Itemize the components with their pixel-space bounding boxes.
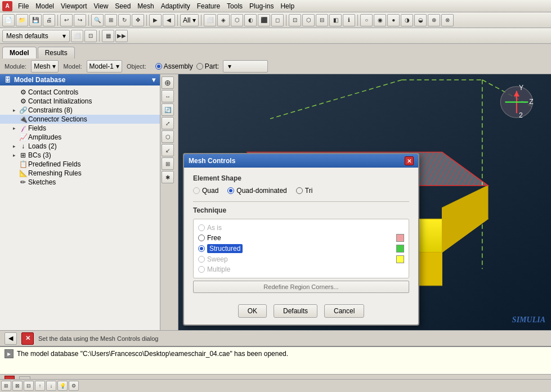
ok-button[interactable]: OK: [238, 304, 267, 318]
tool-btn-10[interactable]: ◧: [329, 14, 342, 26]
selection-dropdown[interactable]: All ▾: [180, 14, 199, 26]
mesh-defaults-select[interactable]: Mesh defaults ▾: [2, 30, 70, 42]
sweep-radio[interactable]: [198, 256, 205, 263]
tree-amplitudes[interactable]: 📈 Amplitudes: [0, 133, 160, 142]
mesh-tool-2[interactable]: ⊡: [84, 30, 97, 42]
zoom-button[interactable]: 🔍: [91, 14, 104, 26]
menu-mesh[interactable]: Mesh: [134, 1, 157, 11]
quad-dominated-radio-circle: [227, 187, 234, 194]
menu-seed[interactable]: Seed: [111, 1, 134, 11]
back-button[interactable]: ◀: [5, 332, 17, 345]
tool-btn-12[interactable]: ◉: [374, 14, 386, 26]
menu-model[interactable]: Model: [32, 1, 57, 11]
fit-button[interactable]: ⊞: [105, 14, 117, 26]
tree-contact-controls[interactable]: ⚙ Contact Controls: [0, 88, 160, 97]
tool-btn-14[interactable]: ◑: [401, 14, 413, 26]
menu-tools[interactable]: Tools: [223, 1, 246, 11]
chevron-down-icon-3: ▾: [52, 62, 56, 70]
loads-expand-icon[interactable]: ▸: [10, 142, 18, 150]
part-radio[interactable]: Part: ▾: [196, 60, 268, 73]
tool-btn-5[interactable]: ⬛: [258, 14, 270, 26]
module-select[interactable]: Mesh ▾: [31, 60, 59, 73]
tree-fields[interactable]: ▸ 𝒻 Fields: [0, 124, 160, 133]
multiple-radio[interactable]: [198, 266, 205, 273]
tool-btn-7[interactable]: ⊡: [289, 14, 301, 26]
tree-remeshing[interactable]: 📐 Remeshing Rules: [0, 169, 160, 178]
mesh-controls-dialog[interactable]: Mesh Controls ✕ Element Shape Quad: [183, 153, 419, 326]
free-radio[interactable]: [198, 235, 205, 241]
panel-menu-icon[interactable]: ▾: [152, 76, 155, 84]
menu-help[interactable]: Help: [277, 1, 298, 11]
cancel-button[interactable]: Cancel: [324, 304, 364, 318]
tool-btn-13[interactable]: ●: [387, 14, 400, 26]
rotate-button[interactable]: ↻: [118, 14, 131, 26]
menu-plugins[interactable]: Plug-ins: [246, 1, 277, 11]
vtool-6[interactable]: ↙: [162, 144, 174, 156]
tri-radio[interactable]: Tri: [296, 187, 313, 195]
undo-button[interactable]: ↩: [60, 14, 73, 26]
tree-sketches[interactable]: ✏ Sketches: [0, 178, 160, 187]
tool-btn-4[interactable]: ◐: [244, 14, 257, 26]
tool-btn-9[interactable]: ⊟: [316, 14, 328, 26]
vtool-8[interactable]: ✱: [162, 171, 174, 183]
tree-predefined-fields[interactable]: 📋 Predefined Fields: [0, 160, 160, 169]
tool-btn-8[interactable]: ⬡: [302, 14, 315, 26]
menu-adaptivity[interactable]: Adaptivity: [158, 1, 194, 11]
select-button[interactable]: ▶: [149, 14, 162, 26]
vtool-1[interactable]: ⊕: [162, 76, 174, 89]
tree-loads[interactable]: ▸ ↓ Loads (2): [0, 142, 160, 151]
vtool-4[interactable]: ⤢: [162, 117, 174, 129]
tool-btn-17[interactable]: ⊗: [441, 14, 454, 26]
constraints-expand-icon[interactable]: ▸: [10, 106, 18, 114]
status-text: Set the data using the Mesh Controls dia…: [38, 335, 158, 342]
redefine-region-button[interactable]: Redefine Region Corners...: [193, 281, 409, 293]
mesh-tool-4[interactable]: ▶▶: [115, 30, 128, 42]
pan-button[interactable]: ✥: [132, 14, 144, 26]
tool-btn-15[interactable]: ◒: [414, 14, 427, 26]
open-button[interactable]: 📁: [16, 14, 28, 26]
tab-bar: Model Results: [0, 44, 551, 58]
menu-view[interactable]: View: [91, 1, 112, 11]
save-button[interactable]: 💾: [29, 14, 42, 26]
tool-btn-16[interactable]: ⊕: [428, 14, 440, 26]
vtool-7[interactable]: ⊞: [162, 157, 174, 170]
mesh-tool-3[interactable]: ▦: [102, 30, 114, 42]
redo-button[interactable]: ↪: [74, 14, 86, 26]
tree-connector-sections[interactable]: 🔌 Connector Sections: [0, 115, 160, 124]
vtool-3[interactable]: 🔄: [162, 103, 174, 116]
tab-results[interactable]: Results: [38, 47, 75, 58]
as-is-radio[interactable]: [198, 224, 205, 231]
defaults-button[interactable]: Defaults: [274, 304, 317, 318]
fields-expand-icon[interactable]: ▸: [10, 124, 18, 132]
stop-button[interactable]: ✕: [21, 332, 34, 345]
menu-viewport[interactable]: Viewport: [57, 1, 90, 11]
vtool-2[interactable]: ↔: [162, 90, 174, 102]
part-select[interactable]: ▾: [223, 60, 268, 73]
deselect-button[interactable]: ◀: [163, 14, 175, 26]
tool-btn-2[interactable]: ◈: [217, 14, 230, 26]
tool-btn-11[interactable]: ○: [360, 14, 373, 26]
tool-btn-3[interactable]: ⬡: [231, 14, 243, 26]
print-button[interactable]: 🖨: [43, 14, 55, 26]
tree-bcs[interactable]: ▸ ⊞ BCs (3): [0, 151, 160, 160]
multiple-row: Multiple: [198, 265, 404, 273]
quad-radio[interactable]: Quad: [193, 187, 218, 195]
vtool-5[interactable]: ⬡: [162, 130, 174, 143]
tool-btn-6[interactable]: ◻: [271, 14, 284, 26]
tree-constraints[interactable]: ▸ 🔗 Constraints (8): [0, 106, 160, 115]
menu-file[interactable]: File: [15, 1, 32, 11]
tab-model[interactable]: Model: [2, 47, 37, 58]
mesh-tool-1[interactable]: ⬜: [71, 30, 83, 42]
structured-radio[interactable]: [198, 245, 205, 252]
quad-dominated-radio[interactable]: Quad-dominated: [227, 187, 286, 195]
dialog-close-button[interactable]: ✕: [405, 156, 414, 165]
tool-btn-1[interactable]: ⬜: [204, 14, 216, 26]
bcs-expand-icon[interactable]: ▸: [10, 151, 18, 159]
tree-contact-init[interactable]: ⚙ Contact Initializations: [0, 97, 160, 106]
new-button[interactable]: 📄: [2, 14, 15, 26]
model-select[interactable]: Model-1 ▾: [87, 60, 122, 73]
assembly-radio[interactable]: Assembly: [155, 62, 193, 70]
model-value: Model-1: [89, 62, 114, 70]
menu-feature[interactable]: Feature: [194, 1, 223, 11]
info-button[interactable]: ℹ: [343, 14, 355, 26]
